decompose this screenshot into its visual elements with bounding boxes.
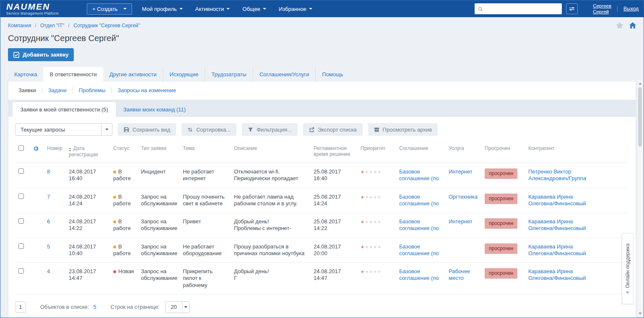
list-tabs: Заявки в моей ответственности (5)Заявки …	[8, 100, 636, 117]
service-link[interactable]: Рабочее место	[449, 268, 470, 281]
priority-cell: ★★★★★	[357, 213, 396, 238]
page-button[interactable]: 1	[15, 302, 26, 313]
column-header[interactable]: Тема	[179, 141, 231, 163]
contragent-link[interactable]: Караваева Ирина Олеговна/Финансовый	[528, 194, 586, 207]
column-header[interactable]: Услуга	[445, 141, 481, 163]
main-tab[interactable]: Карточка	[8, 67, 43, 82]
column-header[interactable]: Просрочен	[481, 141, 525, 163]
sub-tab[interactable]: Заявки	[13, 87, 42, 93]
toolbar-button[interactable]: Сохранить вид	[118, 123, 176, 136]
agreement-link[interactable]: Базовое соглашение (по	[399, 218, 439, 231]
main-tab[interactable]: Другие активности	[103, 67, 163, 82]
sliders-icon	[569, 6, 575, 11]
scroll-down-arrow-icon[interactable]	[637, 310, 643, 316]
service-link[interactable]: Интернет	[449, 168, 473, 175]
column-header[interactable]: Тип заявки	[138, 141, 179, 163]
global-search-input[interactable]	[486, 6, 559, 12]
sla-deadline: 25.08.2017 14:24	[310, 188, 357, 213]
sub-tab[interactable]: Задачи	[42, 87, 73, 93]
favorite-star-icon[interactable]	[616, 22, 623, 29]
column-header[interactable]: Описание	[231, 141, 310, 163]
status-label: В работе	[113, 168, 131, 181]
breadcrumb-link-employee[interactable]: Сотрудник "Сергеев Сергей"	[73, 23, 140, 28]
priority-star-icon: ★	[369, 170, 373, 174]
list-tab[interactable]: Заявки моих команд (11)	[116, 102, 193, 117]
column-header[interactable]: Приоритет	[357, 141, 396, 163]
toolbar-button[interactable]: Фильтрация...	[242, 123, 297, 136]
sub-tab[interactable]: Запросы на изменение	[111, 87, 182, 93]
agreement-link[interactable]: Базовое соглашение (по	[399, 268, 439, 281]
column-header[interactable]: Статус	[110, 141, 138, 163]
row-checkbox[interactable]	[18, 268, 24, 274]
main-tab[interactable]: В ответственности	[43, 67, 103, 82]
main-tab[interactable]: Трудозатраты	[205, 67, 252, 82]
toolbar-button[interactable]: Экспорт списка	[303, 123, 363, 136]
row-checkbox[interactable]	[18, 194, 24, 199]
row-spacer-cell	[29, 213, 44, 238]
agreement-link[interactable]: Базовое соглашение (по	[399, 243, 439, 256]
breadcrumb-link-company[interactable]: Компания	[8, 23, 31, 28]
contragent-link[interactable]: Караваева Ирина Олеговна/Финансовый	[528, 218, 586, 231]
list-tab[interactable]: Заявки в моей ответственности (5)	[13, 102, 116, 117]
brand-subtitle: Service Management Platform	[6, 11, 78, 16]
main-tab[interactable]: Исходящие	[163, 67, 205, 82]
toolbar-button[interactable]: Сортировка...	[182, 123, 236, 136]
brand-logo[interactable]: NAUMEN Service Management Platform	[6, 2, 78, 16]
column-header[interactable]: Соглашение	[396, 141, 445, 163]
column-header[interactable]: Дата регистрации	[65, 141, 110, 163]
content-panel: ЗаявкиЗадачиПроблемыЗапросы на изменение…	[8, 82, 636, 318]
request-number-link[interactable]: 6	[47, 218, 50, 225]
sub-tab[interactable]: Проблемы	[73, 87, 112, 93]
nav-menu-item[interactable]: Избранное	[279, 6, 312, 12]
scroll-up-arrow-icon[interactable]	[637, 80, 643, 86]
home-icon[interactable]	[629, 22, 636, 28]
nav-menu-item[interactable]: Мой профиль	[142, 6, 183, 12]
column-header[interactable]: Контрагент	[525, 141, 629, 163]
contragent-link[interactable]: Караваева Ирина Олеговна/Финансовый	[528, 268, 586, 281]
view-select[interactable]: Текущие запросы	[15, 123, 112, 136]
row-checkbox[interactable]	[18, 243, 24, 249]
select-all-checkbox[interactable]	[18, 145, 24, 151]
service-link[interactable]: Оргтехника	[449, 194, 478, 200]
export-icon	[309, 127, 314, 132]
sort-arrows-icon[interactable]	[69, 147, 71, 152]
contragent-link[interactable]: Петренко Виктор Александрович/Группа	[528, 168, 586, 181]
scrollbar-thumb[interactable]	[638, 87, 642, 147]
create-button[interactable]: + Создать	[87, 3, 132, 15]
search-settings-button[interactable]	[566, 3, 578, 14]
request-description: Отключается wi-fi. Периодически пропадае…	[231, 163, 310, 188]
row-spacer-cell	[29, 163, 44, 188]
gear-icon[interactable]	[33, 145, 39, 152]
service-link[interactable]: Интернет	[449, 218, 473, 225]
main-tab[interactable]: Помощь	[315, 67, 349, 82]
column-header-label: Статус	[113, 145, 129, 151]
row-checkbox[interactable]	[18, 218, 24, 224]
vertical-scrollbar[interactable]	[637, 80, 643, 317]
request-number-link[interactable]: 4	[47, 268, 50, 274]
agreement-link[interactable]: Базовое соглашение (по	[399, 194, 439, 207]
rows-per-page-select[interactable]: 20	[165, 301, 190, 313]
breadcrumb-link-department[interactable]: Отдел "IT"	[40, 23, 64, 28]
online-support-tab[interactable]: Онлайн поддержка	[622, 233, 634, 304]
column-header[interactable]: Номер	[44, 141, 65, 163]
objects-count[interactable]: 5	[93, 304, 96, 310]
add-request-button[interactable]: Добавить заявку	[8, 48, 74, 61]
main-tab[interactable]: Соглашения/Услуги	[253, 67, 316, 82]
request-number-link[interactable]: 8	[47, 168, 50, 175]
logout-link[interactable]: Выход	[617, 6, 639, 12]
nav-menu-item[interactable]: Общее	[242, 6, 266, 12]
current-user-link[interactable]: Сергеев Сергей	[593, 3, 611, 15]
breadcrumb-row: Компания / Отдел "IT" / Сотрудник "Серге…	[0, 17, 644, 33]
status-label: В работе	[113, 218, 131, 231]
save-icon	[124, 127, 129, 132]
nav-menu-item[interactable]: Активности	[195, 6, 230, 12]
toolbar-button[interactable]: Просмотреть архив	[368, 123, 438, 136]
agreement-link[interactable]: Базовое соглашение (по	[399, 168, 439, 181]
column-header[interactable]: Регламентное время решения	[310, 141, 357, 163]
column-header-label: Номер	[47, 145, 62, 151]
request-number-link[interactable]: 7	[47, 194, 50, 200]
add-request-row: Добавить заявку	[0, 48, 644, 67]
request-number-link[interactable]: 5	[47, 243, 50, 250]
row-checkbox[interactable]	[18, 168, 24, 174]
contragent-link[interactable]: Караваева Ирина Олеговна/Финансовый	[528, 243, 586, 256]
